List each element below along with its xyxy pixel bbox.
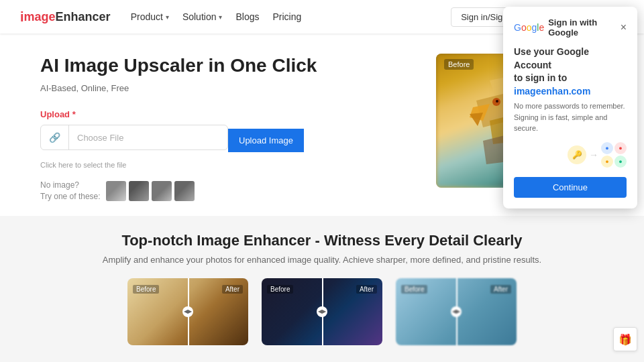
card3-handle[interactable]: ◀▶ (451, 306, 462, 317)
before-label: Before (444, 59, 474, 70)
upload-area[interactable]: 🔗 Choose File (40, 125, 228, 150)
nav-solution-label: Solution (182, 11, 217, 22)
popup-domain: imageenhan.com (514, 86, 590, 97)
upload-label: Upload * (40, 109, 409, 119)
upload-image-button[interactable]: Upload Image (228, 129, 304, 152)
google-logo-row: Google Sign in with Google (514, 17, 621, 38)
arrow-right-icon: → (589, 149, 598, 160)
ba-cards-row: Before After ◀▶ Before After ◀▶ Before A… (40, 278, 604, 345)
link-icon: 🔗 (41, 125, 69, 149)
nav-pricing-label: Pricing (273, 11, 302, 22)
google-yellow-icon: ● (601, 156, 613, 168)
nav-pricing[interactable]: Pricing (273, 11, 302, 22)
nav-blogs-label: Blogs (235, 11, 259, 22)
choose-file-text: Choose File (69, 126, 227, 149)
upload-row: 🔗 Choose File Upload Image (40, 125, 409, 156)
no-image-text: No image? Try one of these: (40, 180, 101, 202)
section-title: Top-notch Image Enhancer - Witness Every… (40, 232, 604, 249)
card1-before: Before (133, 285, 159, 294)
popup-body-title: Use your Google Account to sign in to im… (514, 46, 627, 98)
google-red-icon: ● (614, 142, 627, 154)
card2-before: Before (267, 285, 293, 294)
google-g-icon: Google (514, 22, 544, 33)
nav-solution[interactable]: Solution ▾ (182, 11, 223, 22)
hero-title: AI Image Upscaler in One Click (40, 54, 409, 78)
sample-image-1[interactable] (106, 181, 126, 201)
nav-blogs[interactable]: Blogs (235, 11, 259, 22)
section-desc: Amplify and enhance your photos for enha… (40, 255, 604, 265)
logo[interactable]: i mage Enhancer (20, 9, 111, 25)
continue-button[interactable]: Continue (514, 177, 627, 198)
gift-icon: 🎁 (619, 333, 632, 346)
sample-images (106, 181, 195, 201)
lower-section: Top-notch Image Enhancer - Witness Every… (0, 216, 644, 356)
google-green-icon: ● (614, 156, 627, 168)
card3-after: After (490, 285, 511, 294)
hero-subtitle: AI-Based, Online, Free (40, 83, 409, 93)
card2-after: After (356, 285, 377, 294)
popup-desc: No more passwords to remember. Signing i… (514, 101, 627, 134)
card3-labels: Before After (396, 282, 517, 296)
google-blue-icon: ● (601, 142, 613, 154)
sample-image-3[interactable] (152, 181, 172, 201)
card3-before: Before (401, 285, 427, 294)
chevron-down-icon: ▾ (166, 13, 169, 21)
ba-card-2: Before After ◀▶ (262, 278, 382, 345)
sample-image-2[interactable] (129, 181, 149, 201)
sample-row: No image? Try one of these: (40, 180, 409, 202)
nav-items: Product ▾ Solution ▾ Blogs Pricing (131, 11, 451, 22)
ba-card-3: Before After ◀▶ (396, 278, 517, 345)
gift-button[interactable]: 🎁 (613, 327, 637, 351)
sample-image-4[interactable] (174, 181, 195, 201)
card1-after: After (222, 285, 243, 294)
key-icon: 🔑 (568, 145, 586, 164)
nav-product-label: Product (131, 11, 163, 22)
google-icons-group: 🔑 → ● ● ● ● (568, 142, 627, 168)
svg-point-11 (496, 100, 498, 103)
card2-labels: Before After (262, 282, 382, 296)
card1-handle[interactable]: ◀▶ (182, 306, 193, 317)
popup-header: Google Sign in with Google × (514, 17, 627, 38)
popup-title: Sign in with Google (548, 17, 620, 38)
chevron-down-icon: ▾ (219, 13, 222, 21)
logo-image-text: mage (24, 10, 56, 24)
click-hint-text: Click here to select the file (40, 161, 409, 169)
popup-close-button[interactable]: × (621, 22, 627, 33)
nav-product[interactable]: Product ▾ (131, 11, 169, 22)
card2-handle[interactable]: ◀▶ (317, 306, 327, 317)
hero-left: AI Image Upscaler in One Click AI-Based,… (40, 54, 409, 202)
card1-labels: Before After (127, 282, 248, 296)
google-signin-popup: Google Sign in with Google × Use your Go… (503, 7, 637, 208)
logo-enhancer-text: Enhancer (56, 10, 111, 24)
google-color-icons: ● ● ● ● (601, 142, 627, 168)
ba-card-1: Before After ◀▶ (127, 278, 248, 345)
google-icons-container: 🔑 → ● ● ● ● (514, 142, 627, 168)
